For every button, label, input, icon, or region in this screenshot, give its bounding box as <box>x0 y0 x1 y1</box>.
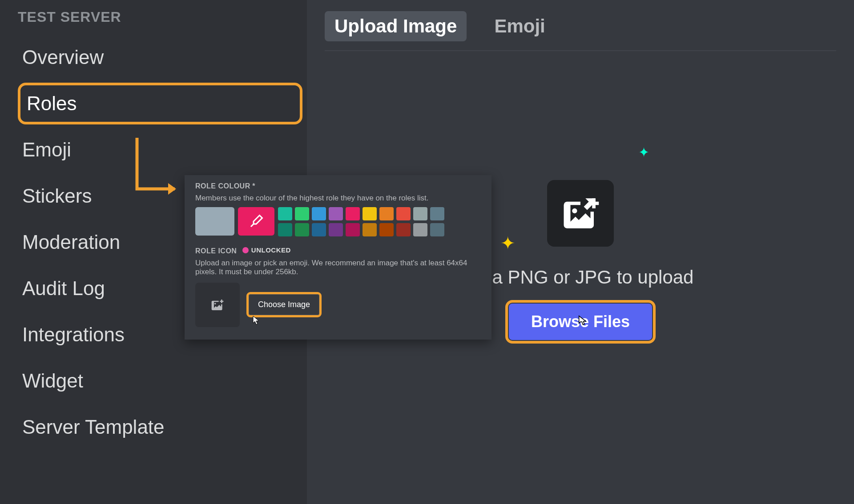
svg-point-1 <box>214 303 216 304</box>
colour-swatch[interactable] <box>413 207 427 220</box>
sidebar-item-widget[interactable]: Widget <box>18 360 302 402</box>
tab-emoji[interactable]: Emoji <box>484 11 555 41</box>
role-settings-panel: ROLE COLOUR * Members use the colour of … <box>185 175 491 340</box>
sidebar-item-overview[interactable]: Overview <box>18 36 302 78</box>
colour-swatch[interactable] <box>295 223 309 236</box>
default-colour-swatch[interactable] <box>195 207 234 236</box>
colour-swatch[interactable] <box>430 207 444 220</box>
colour-swatch[interactable] <box>312 207 326 220</box>
browse-files-label: Browse Files <box>531 312 630 331</box>
colour-swatch[interactable] <box>329 207 343 220</box>
colour-swatch-grid <box>278 207 444 236</box>
eyedropper-icon <box>248 213 264 229</box>
image-add-icon <box>560 193 600 233</box>
colour-swatch[interactable] <box>278 223 292 236</box>
colour-swatch[interactable] <box>379 207 394 220</box>
boost-dot-icon <box>242 247 249 253</box>
colour-swatch[interactable] <box>430 223 444 236</box>
role-colour-description: Members use the colour of the highest ro… <box>195 194 481 203</box>
colour-swatch[interactable] <box>363 207 377 220</box>
colour-swatch-row <box>195 207 481 236</box>
sparkle-icon: ✦ <box>638 144 649 160</box>
colour-swatch[interactable] <box>396 207 411 220</box>
sidebar-item-roles[interactable]: Roles <box>18 83 302 124</box>
colour-swatch[interactable] <box>295 207 309 220</box>
colour-swatch[interactable] <box>363 223 377 236</box>
colour-swatch[interactable] <box>329 223 343 236</box>
colour-swatch[interactable] <box>278 207 292 220</box>
server-title: TEST SERVER <box>18 9 302 25</box>
colour-swatch[interactable] <box>312 223 326 236</box>
image-add-small-icon <box>210 298 225 312</box>
role-icon-actions: Choose Image <box>195 283 481 327</box>
role-icon-description: Upload an image or pick an emoji. We rec… <box>195 259 481 276</box>
role-icon-label: ROLE ICON <box>195 247 237 255</box>
colour-swatch[interactable] <box>396 223 411 236</box>
sidebar-item-emoji[interactable]: Emoji <box>18 129 302 171</box>
colour-swatch[interactable] <box>346 207 360 220</box>
browse-files-button[interactable]: Browse Files <box>509 304 652 340</box>
unlocked-text: UNLOCKED <box>251 246 291 254</box>
unlocked-badge: UNLOCKED <box>242 246 291 254</box>
sidebar-item-server-template[interactable]: Server Template <box>18 406 302 448</box>
colour-swatch[interactable] <box>346 223 360 236</box>
role-icon-upload-slot[interactable] <box>195 283 240 327</box>
custom-colour-swatch[interactable] <box>238 207 274 236</box>
sparkle-icon: ✦ <box>500 233 516 253</box>
choose-image-button[interactable]: Choose Image <box>249 294 319 315</box>
required-indicator: * <box>252 182 255 190</box>
role-colour-label: ROLE COLOUR <box>195 182 250 190</box>
image-upload-placeholder[interactable]: ✦ ✦ <box>547 180 614 247</box>
colour-swatch[interactable] <box>413 223 427 236</box>
tab-upload-image[interactable]: Upload Image <box>325 11 467 41</box>
svg-point-0 <box>572 208 577 213</box>
colour-swatch[interactable] <box>379 223 394 236</box>
role-icon-tabs: Upload Image Emoji <box>325 11 836 51</box>
